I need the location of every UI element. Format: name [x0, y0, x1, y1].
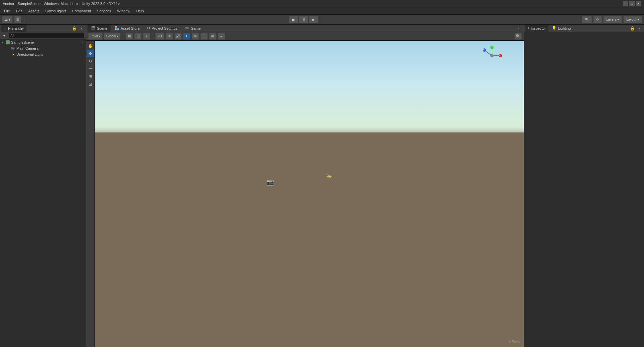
asset-store-icon: 🏪	[115, 26, 119, 30]
tool-transform[interactable]: ⊡	[87, 80, 94, 88]
scene-menu-btn[interactable]: ⋮	[80, 40, 85, 45]
scene-viewport[interactable]: ✋ ✥ ↻ ▭ ⊞ ⊡ 📷 ✳	[86, 41, 524, 347]
camera-name: Main Camera	[16, 46, 38, 50]
hierarchy-light-item[interactable]: ☀ Directional Light	[0, 51, 86, 57]
maximize-button[interactable]: □	[629, 1, 635, 6]
hierarchy-tree: ▼ SampleScene ⋮ 📷 Main Camera ☀ Directio…	[0, 39, 86, 347]
menu-gameobject[interactable]: GameObject	[43, 8, 69, 14]
hierarchy-menu-button[interactable]: ⋮	[78, 25, 85, 31]
layout-button[interactable]: Layout ▾	[623, 16, 642, 23]
hierarchy-tabs: ☰ Hierarchy 🔒 ⋮	[0, 25, 86, 32]
collab-button[interactable]: ⟳	[593, 16, 602, 23]
tab-hierarchy[interactable]: ☰ Hierarchy	[1, 25, 26, 32]
audio-btn[interactable]: 🔊	[174, 33, 182, 40]
tab-asset-store[interactable]: 🏪 Asset Store	[111, 25, 143, 32]
scene-tabs: 🎬 Scene 🏪 Asset Store ⚙ Project Settings…	[86, 25, 524, 32]
tab-inspector[interactable]: ℹ Inspector	[525, 25, 548, 32]
inspector-panel: ℹ Inspector 💡 Lighting 🔒 ⋮	[524, 25, 644, 347]
inspector-lock-btn[interactable]: 🔒	[629, 25, 635, 31]
tab-scene[interactable]: 🎬 Scene	[88, 25, 111, 32]
main-layout: ☰ Hierarchy 🔒 ⋮ + ▼ SampleScene ⋮	[0, 25, 644, 347]
minimize-button[interactable]: ─	[623, 1, 628, 6]
tool-hand[interactable]: ✋	[87, 42, 94, 49]
hierarchy-icon: ☰	[4, 27, 7, 30]
inspector-tabs: ℹ Inspector 💡 Lighting 🔒 ⋮	[524, 25, 644, 32]
sun-scene-icon: ✳	[326, 172, 332, 181]
scene-vis-btn[interactable]: 👁	[192, 33, 199, 40]
layers-button[interactable]: Layers ▾	[603, 16, 622, 23]
account-button[interactable]: ☁ ▾	[2, 16, 13, 23]
hierarchy-camera-item[interactable]: 📷 Main Camera	[0, 45, 86, 51]
overlay-menu-btn[interactable]: ⋮	[200, 33, 208, 40]
hierarchy-add-button[interactable]: +	[1, 33, 7, 39]
project-settings-icon: ⚙	[147, 26, 150, 30]
scene-ground	[95, 132, 524, 347]
tab-game[interactable]: 🎮 Game	[181, 25, 204, 32]
space-button[interactable]: Global ▾	[104, 33, 121, 40]
pause-button[interactable]: ⏸	[299, 16, 308, 23]
grid-btn[interactable]: ⊞	[126, 33, 133, 40]
menu-component[interactable]: Component	[69, 8, 94, 14]
toolbar-right: 🔍 ⟳ Layers ▾ Layout ▾	[582, 16, 642, 23]
2d-button[interactable]: 2D	[155, 33, 164, 40]
tab-lighting[interactable]: 💡 Lighting	[549, 25, 574, 32]
cloud-build-button[interactable]: ⊞	[14, 16, 21, 23]
st-sep2	[153, 34, 153, 39]
scene-expand-arrow: ▼	[1, 41, 5, 44]
scene-search-btn[interactable]: 🔍	[514, 33, 522, 40]
light-toggle-btn[interactable]: ☀	[166, 33, 173, 40]
snap2-btn[interactable]: ⌖	[143, 33, 150, 40]
svg-point-9	[490, 54, 494, 57]
menu-file[interactable]: File	[1, 8, 13, 14]
step-button[interactable]: ⏭	[309, 16, 318, 23]
svg-text:Z: Z	[483, 49, 484, 51]
tool-rotate[interactable]: ↻	[87, 57, 94, 65]
viewport-inner: 📷 ✳ X Y	[95, 41, 524, 347]
window-controls: ─ □ ✕	[623, 1, 641, 6]
camera-scene-icon: 📷	[267, 179, 274, 186]
scene-gizmo[interactable]: X Y Z	[480, 44, 504, 67]
scene-tabs-more[interactable]: ⋮	[515, 26, 522, 31]
search-toolbar-btn[interactable]: 🔍	[582, 16, 592, 23]
tab-project-settings[interactable]: ⚙ Project Settings	[144, 25, 181, 32]
main-toolbar: ☁ ▾ ⊞ ▶ ⏸ ⏭ 🔍 ⟳ Layers ▾ Layout ▾	[0, 15, 644, 25]
scene-toolbar: Pivot ▾ Global ▾ ⊞ ⊟ ⌖ 2D ☀ 🔊 ✦ 👁 ⋮ ⊕ ≡ …	[86, 32, 524, 41]
tool-scale[interactable]: ⊞	[87, 73, 94, 80]
title-bar: Anchor - SampleScene - Windows, Mac, Lin…	[0, 0, 644, 7]
hierarchy-panel: ☰ Hierarchy 🔒 ⋮ + ▼ SampleScene ⋮	[0, 25, 86, 347]
scene-sky	[95, 41, 524, 148]
light-icon: ☀	[11, 52, 15, 57]
gizmos-btn[interactable]: ⊕	[209, 33, 216, 40]
menu-edit[interactable]: Edit	[13, 8, 25, 14]
hierarchy-toolbar: +	[0, 32, 86, 39]
menu-window[interactable]: Window	[115, 8, 133, 14]
tool-move[interactable]: ✥	[87, 50, 94, 57]
tool-rect[interactable]: ▭	[87, 65, 94, 72]
game-icon: 🎮	[185, 26, 189, 30]
hierarchy-lock-button[interactable]: 🔒	[71, 25, 77, 31]
inspector-more-btn[interactable]: ⋮	[637, 25, 643, 31]
menu-help[interactable]: Help	[134, 8, 147, 14]
menu-services[interactable]: Services	[94, 8, 114, 14]
scene-name: SampleScene	[11, 40, 34, 44]
inspector-controls: 🔒 ⋮	[629, 25, 643, 31]
snap-btn[interactable]: ⊟	[134, 33, 142, 40]
pivot-button[interactable]: Pivot ▾	[88, 33, 103, 40]
play-button[interactable]: ▶	[289, 16, 298, 23]
play-controls: ▶ ⏸ ⏭	[289, 16, 318, 23]
light-name: Directional Light	[16, 52, 43, 56]
more-settings-btn[interactable]: ≡	[218, 33, 225, 40]
menu-assets[interactable]: Assets	[26, 8, 42, 14]
lighting-icon: 💡	[552, 26, 556, 30]
svg-text:X: X	[499, 55, 500, 57]
scene-icon-tab: 🎬	[91, 26, 96, 30]
viewport-tools: ✋ ✥ ↻ ▭ ⊞ ⊡	[86, 41, 95, 347]
inspector-icon: ℹ	[528, 26, 529, 30]
svg-text:Y: Y	[491, 46, 493, 49]
hierarchy-search[interactable]	[9, 33, 85, 38]
toolbar-sep-1	[24, 17, 24, 23]
hierarchy-scene-item[interactable]: ▼ SampleScene ⋮	[0, 39, 86, 45]
close-button[interactable]: ✕	[636, 1, 641, 6]
vfx-btn[interactable]: ✦	[183, 33, 190, 40]
menu-bar: File Edit Assets GameObject Component Se…	[0, 7, 644, 15]
